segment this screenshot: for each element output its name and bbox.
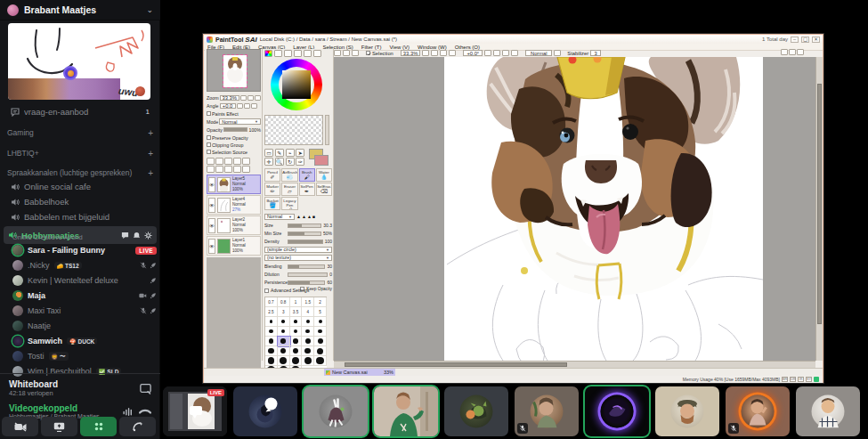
canvas-vertical-scrollbar[interactable] [815, 57, 823, 361]
category-spraakkanalen[interactable]: Spraakkanalen (luchtige gesprekken) + [0, 167, 160, 179]
size-slider[interactable] [288, 224, 321, 228]
rgb-slider-tab[interactable] [274, 50, 282, 57]
brush-size-grid[interactable]: 0.70.811.522.533.545 [264, 297, 327, 376]
brush-size-2.5[interactable]: 2.5 [265, 307, 278, 317]
zoom-field[interactable]: 33.3% [401, 50, 420, 56]
video-tile-avatar-speaking[interactable] [585, 386, 649, 436]
advanced-settings-toggle[interactable] [264, 289, 269, 293]
tool-marker[interactable]: Marker✏ [264, 183, 280, 196]
rotate-ccw-button[interactable] [484, 50, 491, 56]
brush-size-3.5[interactable]: 3.5 [290, 307, 303, 317]
dilution-slider[interactable] [288, 272, 328, 277]
sai-canvas-area[interactable] [334, 57, 815, 361]
nav-zoom-value[interactable]: 33.3% [220, 95, 239, 101]
toolbar-button[interactable] [343, 50, 350, 56]
add-channel-icon[interactable]: + [148, 168, 153, 178]
flip-button[interactable] [502, 50, 509, 56]
canvas-horizontal-scrollbar[interactable] [334, 361, 815, 368]
min-size-slider[interactable] [288, 232, 321, 236]
brush-size-9[interactable] [302, 317, 314, 327]
panel-toggle-button[interactable] [789, 49, 796, 55]
brush-size-20[interactable] [314, 327, 327, 337]
hsv-slider-tab[interactable] [284, 50, 292, 57]
participant-row[interactable]: Tosti 🦁〜 [12, 349, 157, 363]
brush-size-10[interactable] [314, 317, 327, 327]
participant-row[interactable]: Naatje [12, 319, 157, 333]
mode-dropdown-button[interactable] [554, 50, 561, 56]
brush-size-25[interactable] [265, 337, 278, 346]
category-lhbtiq[interactable]: LHBTIQ+ + [0, 147, 160, 159]
maximize-button[interactable]: ▢ [801, 37, 809, 43]
tool-eraser[interactable]: Eraser▱ [281, 183, 297, 196]
brush-size-0.7[interactable]: 0.7 [265, 297, 278, 307]
zoom-tool[interactable]: 🔍 [275, 158, 284, 166]
layer-visibility-icon[interactable]: 👁 [208, 239, 215, 254]
angle-field[interactable]: +0.0° [463, 50, 483, 56]
transfer-layer-button[interactable] [233, 158, 241, 165]
brush-size-2[interactable]: 2 [314, 297, 327, 307]
persistence-slider[interactable] [288, 280, 325, 285]
layer-row-layer5[interactable]: 👁 Layer5Normal100% [207, 175, 261, 194]
rect-select-tool[interactable]: ▭ [264, 149, 273, 157]
clear-layer-button[interactable] [207, 166, 215, 173]
navigator[interactable] [207, 49, 261, 92]
participant-row[interactable]: Kevin | Wentelteef deluxe [12, 273, 157, 288]
participant-row[interactable]: Wim | Beschuitbol ✅SLD [12, 364, 157, 378]
tool-water[interactable]: Water💧 [316, 168, 332, 182]
camera-toggle-button[interactable] [2, 417, 38, 436]
layer-visibility-icon[interactable]: 👁 [208, 198, 215, 213]
paint-mode-dropdown[interactable]: Normal [525, 50, 552, 56]
zoom-out-button[interactable] [431, 50, 438, 56]
sai-titlebar[interactable]: PaintTool SAI Local Disk (C:) / Data / s… [204, 35, 823, 44]
delete-layer-button[interactable] [215, 166, 223, 173]
video-tile-avatar[interactable] [796, 386, 860, 436]
paints-effect-checkbox[interactable] [207, 111, 211, 116]
layer-up-button[interactable] [233, 166, 241, 173]
brush-texture-dropdown[interactable]: (no texture)▼ [264, 255, 332, 261]
brush-size-16[interactable] [290, 327, 303, 337]
server-header[interactable]: Brabant Maatjes ⌄ [0, 0, 160, 20]
whiteboard-panel[interactable]: Whiteboard 42:18 verlopen [0, 378, 160, 399]
brush-tip-icons[interactable]: ▲▲▲■ [296, 214, 316, 219]
eyedropper-tool[interactable]: ✑ [296, 158, 304, 166]
video-tile-avatar[interactable] [655, 386, 719, 436]
layer-row-layer2[interactable]: 👁 Layer2Normal100% [207, 215, 261, 235]
brush-size-80[interactable] [290, 346, 303, 356]
brush-size-3[interactable]: 3 [278, 307, 290, 317]
participant-row[interactable]: Maxi Taxi [12, 304, 157, 318]
tool-brush[interactable]: Brush🖌 [299, 168, 315, 182]
color-wheel-tab[interactable] [264, 50, 272, 57]
channel-vraag-en-aanbod[interactable]: vraag-en-aanbod 1 [4, 104, 157, 119]
brush-shape-dropdown[interactable]: (simple circle)▼ [264, 247, 332, 253]
add-channel-icon[interactable]: + [148, 128, 153, 138]
clipping-group-checkbox[interactable] [207, 142, 211, 147]
layer-down-button[interactable] [242, 166, 250, 173]
soundboard-button[interactable] [119, 417, 156, 436]
density-slider[interactable] [288, 240, 323, 244]
brush-size-90[interactable] [302, 346, 314, 356]
voice-channel-online-social-cafe[interactable]: Online social cafe [4, 179, 157, 194]
video-tile-camera[interactable] [374, 386, 438, 436]
swatches-tab[interactable] [304, 50, 312, 57]
brush-size-7[interactable] [278, 317, 290, 327]
minimize-button[interactable]: – [791, 37, 799, 43]
bell-icon[interactable] [133, 232, 141, 240]
brush-size-18[interactable] [302, 327, 314, 337]
scratchpad-scrollbar[interactable] [325, 115, 329, 145]
tool-seleras[interactable]: SelEras⌫ [316, 183, 332, 196]
brush-size-300[interactable] [302, 356, 314, 366]
disconnect-call-icon[interactable] [139, 407, 151, 417]
participant-row[interactable]: Samwich 🍄DUCK [12, 334, 157, 348]
tool-legacy-pen[interactable]: Legacy Pen🖊 [281, 197, 297, 210]
toolbar-button[interactable] [334, 50, 341, 56]
zoom-reset-button[interactable] [449, 50, 456, 56]
whiteboard-preview[interactable]: uwu [8, 23, 150, 100]
tool-selpen[interactable]: SelPen✒ [299, 183, 315, 196]
participant-row[interactable]: .Nicky 🧀TS12 [12, 258, 157, 272]
mask-button[interactable] [224, 166, 232, 173]
secondary-color-swatch[interactable] [314, 155, 329, 166]
scratchpad-tab[interactable] [313, 50, 321, 57]
screenshare-button[interactable] [41, 417, 77, 436]
rotate-cw-button[interactable] [493, 50, 500, 56]
nav-angle-value[interactable]: +0.0 [220, 103, 236, 109]
